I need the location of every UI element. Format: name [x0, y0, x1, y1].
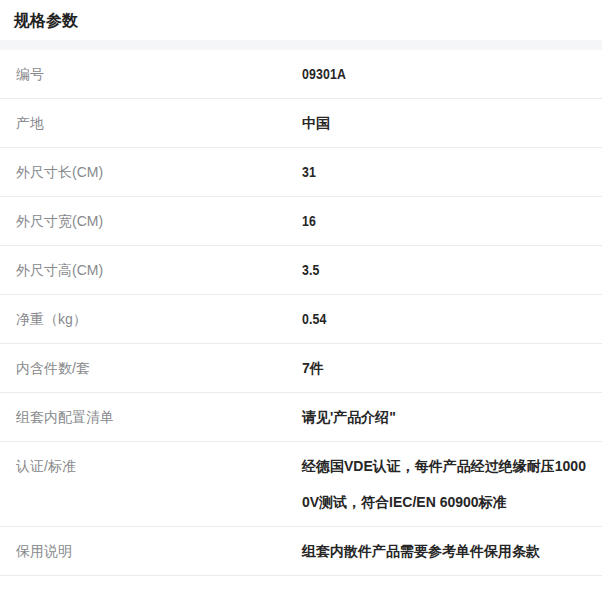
spec-label: 编号: [0, 56, 302, 92]
spec-table-row: 外尺寸高(CM) 3.5: [0, 246, 602, 295]
spec-table-row: 内含件数/套 7件: [0, 344, 602, 393]
spec-label: 产地: [0, 105, 302, 141]
spec-table-row: 外尺寸长(CM) 31: [0, 148, 602, 197]
spec-value: 0.54: [302, 301, 548, 337]
spec-table-row: 认证/标准 经德国VDE认证，每件产品经过绝缘耐压10000V测试，符合IEC/…: [0, 442, 602, 527]
spec-table-row: 编号 09301A: [0, 50, 602, 99]
spec-table-row: 净重（kg） 0.54: [0, 295, 602, 344]
spec-value: 31: [302, 154, 548, 190]
spec-label: 净重（kg）: [0, 301, 302, 337]
spec-value: 3.5: [302, 252, 548, 288]
spec-label: 外尺寸宽(CM): [0, 203, 302, 239]
spec-label: 内含件数/套: [0, 350, 302, 386]
spec-value: 经德国VDE认证，每件产品经过绝缘耐压10000V测试，符合IEC/EN 609…: [302, 448, 602, 520]
spec-label: 保用说明: [0, 533, 302, 569]
section-title: 规格参数: [14, 10, 588, 31]
spec-table-row: 组套内配置清单 请见'产品介绍": [0, 393, 602, 442]
spec-label: 认证/标准: [0, 448, 302, 484]
spec-table-row: 外尺寸宽(CM) 16: [0, 197, 602, 246]
spec-value: 组套内散件产品需要参考单件保用条款: [302, 533, 602, 569]
section-divider-band: [0, 40, 602, 50]
spec-value: 7件: [302, 350, 602, 386]
spec-label: 组套内配置清单: [0, 399, 302, 435]
spec-label: 外尺寸高(CM): [0, 252, 302, 288]
section-header: 规格参数: [0, 0, 602, 40]
spec-label: 外尺寸长(CM): [0, 154, 302, 190]
spec-value: 16: [302, 203, 548, 239]
spec-value: 请见'产品介绍": [302, 399, 602, 435]
spec-table-row: 保用说明 组套内散件产品需要参考单件保用条款: [0, 527, 602, 576]
spec-value: 09301A: [302, 56, 548, 92]
spec-table-row: 产地 中国: [0, 99, 602, 148]
spec-value: 中国: [302, 105, 602, 141]
spec-table: 编号 09301A 产地 中国 外尺寸长(CM) 31 外尺寸宽(CM) 16 …: [0, 50, 602, 576]
